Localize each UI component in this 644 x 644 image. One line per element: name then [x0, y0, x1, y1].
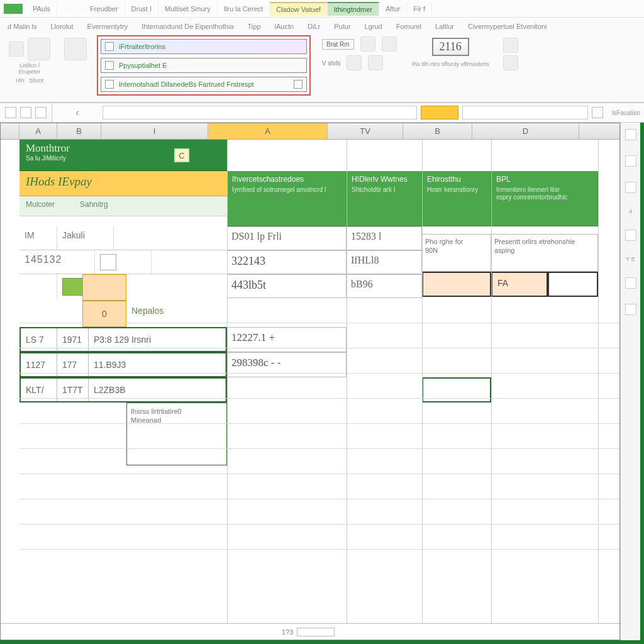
dr2c2[interactable]: 177	[57, 353, 89, 376]
cell-g-input[interactable]	[422, 272, 491, 297]
tab-1[interactable]	[57, 6, 70, 11]
fx-highlight[interactable]	[421, 106, 458, 119]
ribbon-panel-line3[interactable]: Internotshadl DifanedeBs Fartrued Frstre…	[101, 77, 307, 92]
nb-icon-1[interactable]	[5, 107, 16, 118]
tab-3[interactable]: Freudber	[84, 3, 125, 15]
ribbon-mid-icon3[interactable]	[347, 55, 362, 70]
rmenu-2[interactable]: Evermentytry	[87, 23, 128, 30]
cell-e-4[interactable]: 12227.1 +	[227, 327, 347, 352]
cell-e-5[interactable]: 298398c - -	[227, 352, 347, 377]
dr3c3[interactable]: L2ZB3B	[89, 379, 226, 401]
left-row-1[interactable]: IM Jakuli	[19, 226, 227, 250]
orange-chip-b[interactable]	[82, 274, 126, 301]
lr2c2[interactable]	[95, 250, 152, 274]
lr2-checkbox[interactable]	[100, 254, 116, 270]
grid-body[interactable]: Monthtror Sa lu JiMiticrly C IHods IEvpa…	[1, 140, 619, 623]
data-row-2[interactable]: 1127 177 11.B9J3	[19, 352, 227, 377]
side-icon-5[interactable]	[625, 277, 636, 289]
ribbon-tail-icon2[interactable]	[503, 55, 518, 70]
rmenu-9[interactable]: Fomurel	[396, 23, 421, 30]
tab-6[interactable]: Ilru la Cerect	[218, 3, 270, 15]
side-icon-2[interactable]	[625, 155, 636, 167]
rmenu-10[interactable]: Laltlur	[435, 23, 454, 30]
lr1c2[interactable]: Jakuli	[57, 226, 114, 250]
dr2c1[interactable]: 1127	[21, 353, 57, 376]
tab-7[interactable]: Cladow Vatuef	[270, 2, 328, 16]
nb-icon-2[interactable]	[20, 107, 31, 118]
cell-g-note[interactable]: Pho rghe for 90N	[422, 234, 491, 272]
rmenu-3[interactable]: Ihternandund De Eipenthothia	[142, 23, 233, 30]
fx-expand-icon[interactable]	[592, 107, 603, 118]
clipboard-icon[interactable]	[64, 38, 87, 60]
data-row-3[interactable]: KLT/ 1T7T L2ZB3B	[19, 377, 227, 402]
fx-secondary-input[interactable]	[462, 106, 588, 119]
side-icon-1[interactable]	[625, 129, 636, 140]
nb-icon-3[interactable]	[35, 107, 47, 118]
ribbon-mid-icon1[interactable]	[360, 36, 375, 52]
cell-f-3[interactable]: bB96	[347, 274, 422, 298]
cell-e-3[interactable]: 443lb5t	[227, 274, 347, 298]
ribbon-tail-icon1[interactable]	[503, 38, 518, 53]
cell-h-input[interactable]: FA	[491, 272, 548, 297]
colhdr-A2[interactable]: A	[208, 123, 328, 139]
name-box[interactable]	[0, 103, 52, 122]
cell-e-2[interactable]: 322143	[227, 250, 347, 274]
status-slider[interactable]	[297, 628, 335, 636]
lr1c1[interactable]: IM	[19, 226, 57, 250]
tab-8[interactable]: Ithingtndmer	[328, 2, 379, 16]
tab-0[interactable]: PAuls	[26, 3, 57, 15]
colhdr-B[interactable]: B	[57, 123, 101, 139]
fx-cancel-icon[interactable]: ‹	[52, 107, 103, 118]
tab-2[interactable]	[70, 6, 84, 11]
ribbon-mid-icon4[interactable]	[368, 55, 383, 70]
cell-f-2[interactable]: IfHLl8	[347, 250, 422, 274]
dr3c2[interactable]: 1T7T	[57, 379, 89, 401]
lr3c1[interactable]	[19, 274, 57, 298]
colhdr-A[interactable]: A	[19, 123, 57, 139]
rmenu-0[interactable]: d Malin ls	[8, 23, 36, 30]
cell-f-1[interactable]: 15283 l	[347, 226, 422, 250]
dr3c1[interactable]: KLT/	[21, 379, 57, 401]
cell-h-input-2[interactable]	[548, 272, 598, 297]
tab-5[interactable]: Multiset Smury	[158, 3, 218, 15]
ribbon-number-box[interactable]: 2116	[432, 38, 469, 56]
side-icon-4[interactable]	[625, 230, 636, 241]
spreadsheet[interactable]: A B I A TV B D Monthtror Sa lu JiMiticrl…	[0, 123, 620, 640]
dr1c1[interactable]: LS 7	[21, 328, 57, 351]
lr2c1[interactable]: 145132	[19, 250, 95, 274]
dr1c2[interactable]: 1971	[57, 328, 89, 351]
dr2c3[interactable]: 11.B9J3	[89, 353, 226, 376]
ribbon-icon-1[interactable]	[9, 42, 24, 57]
ribbon-panel-line2[interactable]: Ppysuptialhet E	[101, 58, 307, 73]
rmenu-8[interactable]: Lgrud	[365, 23, 382, 30]
tab-10[interactable]: Fir f	[407, 3, 432, 15]
formula-input[interactable]	[103, 106, 417, 119]
rmenu-5[interactable]: lAuctn	[275, 23, 294, 30]
orange-chip-c[interactable]: 0	[82, 301, 126, 327]
cell-g-empty[interactable]	[422, 377, 491, 402]
data-row-1[interactable]: LS 7 1971 P3:8 129 Irsnri	[19, 327, 227, 352]
side-icon-6[interactable]	[625, 304, 636, 315]
colhdr-D[interactable]: D	[472, 123, 579, 139]
side-icon-3[interactable]	[625, 182, 636, 193]
colhdr-TV[interactable]: TV	[328, 123, 403, 139]
ribbon-mid-btn1[interactable]: Brat Rm	[322, 39, 354, 50]
cell-h-note[interactable]: Presentt orlirs etrehonshie asping	[491, 234, 598, 272]
cell-e-1[interactable]: DS01 lp Frli	[227, 226, 347, 250]
colhdr-B2[interactable]: B	[403, 123, 472, 139]
rmenu-7[interactable]: Putur	[334, 23, 350, 30]
rmenu-1[interactable]: Llorolut	[50, 23, 73, 30]
lr1c3[interactable]	[114, 226, 227, 250]
ribbon-panel-line1[interactable]: iFrtraiterltrorins	[101, 39, 307, 54]
rmenu-11[interactable]: Civermypertuel Etvenitoni	[468, 23, 547, 30]
left-row-2[interactable]: 145132	[19, 250, 227, 274]
paste-icon[interactable]	[28, 38, 50, 60]
rmenu-6[interactable]: DiLr	[308, 23, 320, 30]
colhdr-I[interactable]: I	[101, 123, 208, 139]
leftover-note-box[interactable]: Ihsrss lirtrtiatire0 Mineanad	[126, 402, 227, 465]
tab-4[interactable]: Drust I	[125, 3, 158, 15]
ribbon-mid-icon2[interactable]	[382, 36, 397, 52]
tab-9[interactable]: Aftur	[379, 3, 407, 15]
rmenu-4[interactable]: Tipp	[248, 23, 261, 30]
select-all-corner[interactable]	[1, 123, 19, 139]
